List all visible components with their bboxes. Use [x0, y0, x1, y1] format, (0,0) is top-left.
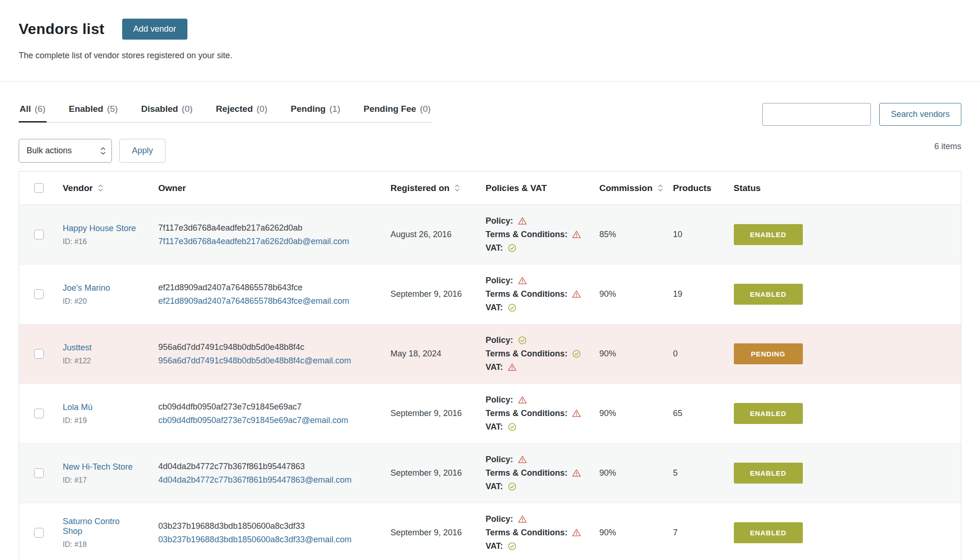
- registered-date: September 9, 2016: [384, 384, 479, 444]
- header-owner-label: Owner: [159, 183, 186, 193]
- warning-icon: [518, 514, 527, 524]
- row-checkbox[interactable]: [34, 528, 44, 538]
- row-checkbox[interactable]: [34, 349, 44, 359]
- tab-pending-fee[interactable]: Pending Fee (0): [363, 103, 432, 122]
- tab-label: Enabled: [69, 104, 104, 114]
- owner-email-link[interactable]: 7f117e3d6768a4eadfeb217a6262d0ab@email.c…: [159, 237, 349, 246]
- vendor-name-link[interactable]: Justtest: [63, 343, 92, 353]
- warning-icon: [572, 528, 581, 538]
- terms-label: Terms & Conditions:: [486, 468, 568, 478]
- tab-disabled[interactable]: Disabled (0): [140, 103, 193, 122]
- owner-email-link[interactable]: ef21d8909ad2407a764865578b643fce@email.c…: [159, 296, 350, 306]
- status-cell: PENDING: [727, 324, 961, 384]
- table-row: Lola Mú ID: #19 cb09d4dfb0950af273e7c918…: [19, 384, 961, 444]
- search-input[interactable]: [762, 103, 871, 126]
- row-checkbox-cell: [19, 265, 56, 324]
- vendor-cell: Justtest ID: #122: [56, 324, 152, 384]
- header-registered-label: Registered on: [391, 183, 450, 193]
- vat-line: VAT:: [486, 301, 588, 314]
- header-registered[interactable]: Registered on: [384, 171, 479, 205]
- products-count: 19: [667, 265, 727, 324]
- vendor-name-link[interactable]: New Hi-Tech Store: [63, 462, 133, 472]
- header-status: Status: [727, 171, 961, 205]
- vat-line: VAT:: [486, 241, 588, 255]
- warning-icon: [572, 230, 581, 239]
- status-badge: ENABLED: [734, 284, 803, 305]
- vendor-id: ID: #19: [63, 417, 138, 425]
- policies-cell: Policy: Terms & Conditions: VAT:: [479, 503, 593, 560]
- products-count: 5: [667, 444, 727, 503]
- row-checkbox-cell: [19, 444, 56, 503]
- terms-label: Terms & Conditions:: [486, 289, 568, 299]
- table-row: Justtest ID: #122 956a6d7dd7491c948b0db5…: [19, 324, 961, 384]
- registered-date: September 9, 2016: [384, 444, 479, 503]
- header-owner: Owner: [152, 171, 384, 205]
- owner-email-link[interactable]: 956a6d7dd7491c948b0db5d0e48b8f4c@email.c…: [159, 356, 352, 366]
- owner-hash: ef21d8909ad2407a764865578b643fce: [159, 283, 380, 293]
- policy-label: Policy:: [486, 395, 513, 405]
- search-vendors-button[interactable]: Search vendors: [879, 103, 961, 126]
- sort-icon: [97, 183, 104, 193]
- status-badge: ENABLED: [734, 522, 803, 543]
- status-cell: ENABLED: [727, 503, 961, 560]
- policy-line: Policy:: [486, 334, 588, 347]
- tab-rejected[interactable]: Rejected (0): [215, 103, 268, 122]
- registered-date: September 9, 2016: [384, 503, 479, 560]
- tab-count: (6): [35, 104, 45, 115]
- terms-line: Terms & Conditions:: [486, 407, 588, 420]
- check-circle-icon: [518, 335, 527, 345]
- select-all-checkbox[interactable]: [34, 183, 44, 193]
- policies-cell: Policy: Terms & Conditions: VAT:: [479, 384, 593, 444]
- apply-button[interactable]: Apply: [119, 139, 166, 163]
- vat-label: VAT:: [486, 422, 503, 432]
- policy-label: Policy:: [486, 276, 513, 286]
- owner-email-link[interactable]: cb09d4dfb0950af273e7c91845e69ac7@email.c…: [159, 416, 349, 425]
- tab-enabled[interactable]: Enabled (5): [68, 103, 119, 122]
- row-checkbox[interactable]: [34, 409, 44, 418]
- add-vendor-button[interactable]: Add vendor: [122, 19, 187, 40]
- policies-cell: Policy: Terms & Conditions: VAT:: [479, 324, 593, 384]
- status-cell: ENABLED: [727, 384, 961, 444]
- header-commission[interactable]: Commission: [593, 171, 667, 205]
- status-badge: PENDING: [734, 343, 803, 364]
- header-vendor[interactable]: Vendor: [56, 171, 152, 205]
- warning-icon: [518, 216, 527, 226]
- tab-pending[interactable]: Pending (1): [290, 103, 341, 122]
- tab-all[interactable]: All (6): [19, 103, 47, 123]
- owner-email-link[interactable]: 03b237b19688d3bdb1850600a8c3df33@email.c…: [159, 535, 352, 545]
- policy-line: Policy:: [486, 274, 588, 287]
- owner-hash: 7f117e3d6768a4eadfeb217a6262d0ab: [159, 223, 380, 233]
- vendor-name-link[interactable]: Happy House Store: [63, 224, 136, 233]
- row-checkbox-cell: [19, 205, 56, 265]
- policy-label: Policy:: [486, 514, 513, 524]
- vendor-id: ID: #20: [63, 297, 138, 306]
- terms-label: Terms & Conditions:: [486, 409, 568, 418]
- filter-toolbar: All (6) Enabled (5) Disabled (0) Rejecte…: [19, 103, 961, 126]
- status-badge: ENABLED: [734, 463, 803, 484]
- check-circle-icon: [507, 541, 517, 551]
- bulk-actions-select[interactable]: Bulk actions: [19, 139, 112, 163]
- vat-label: VAT:: [486, 243, 503, 253]
- row-checkbox[interactable]: [34, 230, 44, 239]
- header-commission-label: Commission: [600, 183, 653, 193]
- page-title: Vendors list: [19, 20, 104, 38]
- select-all-cell: [19, 171, 56, 205]
- vendor-name-link[interactable]: Lola Mú: [63, 403, 93, 412]
- owner-cell: 03b237b19688d3bdb1850600a8c3df33 03b237b…: [152, 503, 384, 560]
- vendor-name-link[interactable]: Saturno Contro Shop: [63, 517, 138, 536]
- owner-hash: cb09d4dfb0950af273e7c91845e69ac7: [159, 402, 380, 412]
- products-count: 10: [667, 205, 727, 265]
- owner-cell: 7f117e3d6768a4eadfeb217a6262d0ab 7f117e3…: [152, 205, 384, 265]
- row-checkbox-cell: [19, 324, 56, 384]
- items-count: 6 items: [934, 142, 961, 151]
- owner-hash: 03b237b19688d3bdb1850600a8c3df33: [159, 521, 380, 531]
- owner-email-link[interactable]: 4d04da2b4772c77b367f861b95447863@email.c…: [159, 475, 352, 485]
- warning-icon: [518, 455, 527, 464]
- registered-date: August 26, 2016: [384, 205, 479, 265]
- row-checkbox[interactable]: [34, 468, 44, 478]
- vendor-name-link[interactable]: Joe's Marino: [63, 283, 110, 293]
- header-products: Products: [667, 171, 727, 205]
- tab-count: (0): [256, 104, 267, 114]
- row-checkbox[interactable]: [34, 289, 44, 299]
- warning-icon: [507, 362, 517, 372]
